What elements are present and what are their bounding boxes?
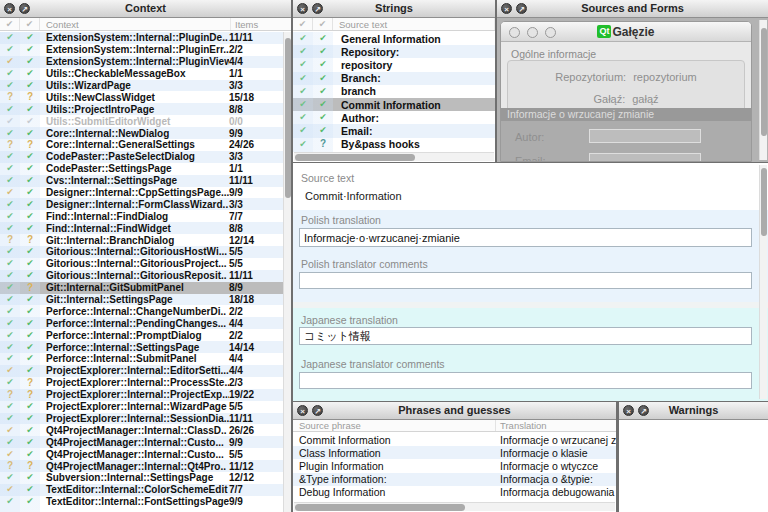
editor-scrollbar-thumb[interactable] — [761, 168, 767, 236]
context-row[interactable]: ✔✔ProjectExplorer::Internal::EditorSetti… — [0, 365, 283, 377]
string-row[interactable]: ✔✔Email: — [293, 124, 495, 137]
japanese-comments-input[interactable] — [299, 372, 752, 389]
context-row[interactable]: ??Utils::NewClassWidget15/18 — [0, 91, 283, 103]
string-row[interactable]: ✔✔Author: — [293, 111, 495, 124]
context-row[interactable]: ✔?ProjectExplorer::Internal::ProcessSte.… — [0, 377, 283, 389]
context-row[interactable]: ✔✔Utils::CheckableMessageBox1/1 — [0, 68, 283, 80]
close-icon[interactable]: × — [501, 3, 512, 14]
context-column-header[interactable]: ✔ ✔ Context Items — [0, 18, 291, 31]
context-row[interactable]: ✔✔Git::Internal::SettingsPage18/18 — [0, 294, 283, 306]
context-row[interactable]: ✔✔Perforce::Internal::SubmitPanel4/4 — [0, 353, 283, 365]
context-items-count: 0/0 — [229, 116, 283, 127]
context-row[interactable]: ✔✔Perforce::Internal::PendingChanges...4… — [0, 317, 283, 329]
string-row[interactable]: ✔✔repository — [293, 58, 495, 71]
phrase-row[interactable]: Debug InformationInformacja debugowania — [293, 486, 616, 499]
polish-translation-input[interactable] — [299, 228, 752, 247]
string-row[interactable]: ✔✔Repository: — [293, 45, 495, 58]
context-row[interactable]: ✔✔Qt4ProjectManager::Internal::Custo...5… — [0, 448, 283, 460]
context-row[interactable]: ??Qt4ProjectManager::Internal::Qt4Pro..1… — [0, 460, 283, 472]
finished-check-icon: ✔ — [0, 319, 20, 328]
sources-scrollbar-thumb[interactable] — [761, 28, 767, 136]
float-icon[interactable]: ↗ — [312, 405, 323, 416]
japanese-translation-label: Japanese translation — [301, 314, 398, 326]
context-row[interactable]: ✔✔Cvs::Internal::SettingsPage11/11 — [0, 175, 283, 187]
context-scrollbar-thumb[interactable] — [285, 38, 291, 198]
context-row[interactable]: ✔✔Perforce::Internal::SettingsPage14/14 — [0, 341, 283, 353]
phrases-column-header[interactable]: Source phrase Translation — [293, 420, 616, 432]
string-row[interactable]: ✔✔General Information — [293, 32, 495, 45]
context-row[interactable]: ✔✔ExtensionSystem::Internal::PluginDe..1… — [0, 32, 283, 44]
context-row[interactable]: ✔✔ExtensionSystem::Internal::PluginErr..… — [0, 44, 283, 56]
float-icon[interactable]: ↗ — [19, 3, 30, 14]
japanese-translation-input[interactable] — [299, 327, 752, 345]
context-titlebar: × ↗ Context — [0, 0, 291, 18]
context-row[interactable]: ✔✔Perforce::Internal::PromptDialog2/2 — [0, 329, 283, 341]
finished-check-icon: ✔ — [0, 33, 20, 42]
context-row[interactable]: ✔✔Find::Internal::FindWidget8/8 — [0, 222, 283, 234]
context-row[interactable]: ✔✔Utils::WizardPage3/3 — [0, 80, 283, 92]
sources-scrollbar[interactable] — [759, 20, 767, 160]
context-row[interactable]: ✔✔Core::Internal::NewDialog9/9 — [0, 127, 283, 139]
finished-check-icon: ✔ — [313, 126, 333, 135]
context-row[interactable]: ✔✔ExtensionSystem::Internal::PluginView4… — [0, 56, 283, 68]
phrases-hscrollbar-thumb[interactable] — [295, 504, 465, 511]
phrase-row[interactable]: Commit InformationInformacje o wrzucanej… — [293, 433, 616, 446]
context-row[interactable]: ✔✔Subversion::Internal::SettingsPage12/1… — [0, 472, 283, 484]
context-row[interactable]: ✔✔TextEditor::Internal::ColorSchemeEdit7… — [0, 484, 283, 496]
string-row[interactable]: ✔?By&pass hooks — [293, 138, 495, 151]
close-icon[interactable]: × — [623, 405, 634, 416]
strings-hscrollbar[interactable] — [294, 152, 494, 161]
phrases-hscrollbar[interactable] — [294, 502, 615, 511]
context-row[interactable]: ✔✔Utils::SubmitEditorWidget0/0 — [0, 115, 283, 127]
context-row[interactable]: ✔✔TextEditor::Internal::FontSettingsPage… — [0, 496, 283, 508]
float-icon[interactable]: ↗ — [516, 3, 527, 14]
phrase-row[interactable]: &Type information:Informacja o &typie: — [293, 473, 616, 486]
float-icon[interactable]: ↗ — [638, 405, 649, 416]
finished-check-icon: ✔ — [0, 295, 20, 304]
close-icon[interactable]: × — [297, 3, 308, 14]
context-row[interactable]: ??Git::Internal::BranchDialog12/14 — [0, 234, 283, 246]
context-name: Core::Internal::GeneralSettings — [40, 139, 229, 150]
finished-check-icon: ✔ — [20, 33, 40, 42]
context-items-count: 4/4 — [229, 318, 283, 329]
string-row[interactable]: ✔✔Branch: — [293, 72, 495, 85]
context-row[interactable]: ✔✔Gitorious::Internal::GitoriousReposit.… — [0, 270, 283, 282]
context-row[interactable]: ✔✔Gitorious::Internal::GitoriousHostWi..… — [0, 246, 283, 258]
context-row[interactable]: ✔✔Qt4ProjectManager::Internal::Custo...9… — [0, 436, 283, 448]
context-row[interactable]: ✔✔Designer::Internal::FormClassWizard..3… — [0, 198, 283, 210]
context-row[interactable]: ✔✔ProjectExplorer::Internal::WizardPage5… — [0, 401, 283, 413]
context-row[interactable]: ✔✔Utils::ProjectIntroPage8/8 — [0, 103, 283, 115]
strings-column-header[interactable]: ✔ ✔ Source text — [293, 18, 495, 31]
context-row[interactable]: ✔✔ProjectExplorer::Internal::SessionDia.… — [0, 413, 283, 425]
context-items-count: 1/1 — [229, 163, 283, 174]
finished-check-icon: ✔ — [293, 74, 313, 83]
window-minimize-circle-icon — [527, 27, 538, 38]
context-row[interactable]: ??Core::Internal::GeneralSettings24/26 — [0, 139, 283, 151]
close-icon[interactable]: × — [4, 3, 15, 14]
strings-list: ✔✔General Information✔✔Repository:✔✔repo… — [293, 32, 495, 152]
string-row[interactable]: ✔✔branch — [293, 85, 495, 98]
context-row[interactable]: ??ProjectExplorer::Internal::ProjectExp.… — [0, 389, 283, 401]
context-items-count: 11/11 — [229, 413, 283, 424]
context-scrollbar[interactable] — [283, 32, 291, 512]
strings-hscrollbar-thumb[interactable] — [295, 154, 415, 161]
finished-check-icon: ✔ — [0, 414, 20, 423]
context-row[interactable]: ✔?Git::Internal::GitSubmitPanel8/9 — [0, 282, 283, 294]
context-row[interactable]: ✔✔Gitorious::Internal::GitoriousProject.… — [0, 258, 283, 270]
float-icon[interactable]: ↗ — [312, 3, 323, 14]
context-row[interactable]: ✔✔Qt4ProjectManager::Internal::ClassD..2… — [0, 424, 283, 436]
context-row[interactable]: ✔✔Perforce::Internal::ChangeNumberDi..2/… — [0, 305, 283, 317]
phrase-row[interactable]: Class InformationInformacje o klasie — [293, 446, 616, 459]
close-icon[interactable]: × — [297, 405, 308, 416]
string-row[interactable]: ✔✔Commit Information — [293, 98, 495, 111]
phrase-row[interactable]: Plugin InformationInformacje o wtyczce — [293, 459, 616, 472]
context-name: Git::Internal::SettingsPage — [40, 294, 229, 305]
polish-comments-input[interactable] — [299, 272, 752, 289]
context-row[interactable]: ✔✔Find::Internal::FindDialog7/7 — [0, 210, 283, 222]
context-row[interactable]: ✔✔CodePaster::PasteSelectDialog3/3 — [0, 151, 283, 163]
finished-check-icon: ✔ — [313, 87, 333, 96]
context-row[interactable]: ✔✔CodePaster::SettingsPage1/1 — [0, 163, 283, 175]
context-row[interactable]: ✔✔Designer::Internal::CppSettingsPage...… — [0, 187, 283, 199]
editor-scrollbar[interactable] — [759, 165, 767, 399]
context-items-count: 24/26 — [229, 139, 283, 150]
